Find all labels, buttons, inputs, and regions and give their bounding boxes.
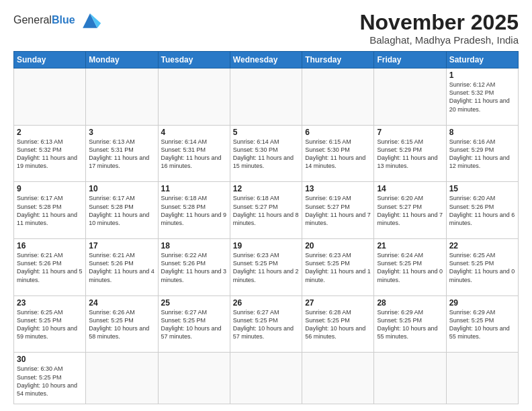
page: GeneralBlue November 2025 Balaghat, Madh…: [0, 0, 532, 411]
day-number: 4: [161, 128, 227, 137]
day-info: Sunrise: 6:13 AM Sunset: 5:32 PM Dayligh…: [17, 138, 83, 171]
table-row: 28Sunrise: 6:29 AM Sunset: 5:25 PM Dayli…: [374, 295, 446, 353]
day-info: Sunrise: 6:12 AM Sunset: 5:32 PM Dayligh…: [449, 81, 515, 113]
day-info: Sunrise: 6:19 AM Sunset: 5:27 PM Dayligh…: [305, 194, 371, 227]
table-row: [374, 68, 446, 126]
table-row: 30Sunrise: 6:30 AM Sunset: 5:25 PM Dayli…: [14, 353, 86, 404]
day-number: 11: [161, 184, 227, 193]
header-saturday: Saturday: [446, 52, 518, 68]
day-number: 1: [449, 71, 515, 80]
header-tuesday: Tuesday: [158, 52, 230, 68]
day-info: Sunrise: 6:18 AM Sunset: 5:27 PM Dayligh…: [233, 194, 299, 227]
day-number: 22: [449, 241, 515, 250]
day-number: 23: [17, 298, 83, 308]
subtitle: Balaghat, Madhya Pradesh, India: [359, 34, 519, 46]
header-wednesday: Wednesday: [230, 52, 302, 68]
table-row: 20Sunrise: 6:23 AM Sunset: 5:25 PM Dayli…: [302, 239, 374, 296]
table-row: 10Sunrise: 6:17 AM Sunset: 5:28 PM Dayli…: [86, 182, 158, 239]
logo: GeneralBlue: [13, 11, 102, 30]
table-row: 18Sunrise: 6:22 AM Sunset: 5:26 PM Dayli…: [158, 239, 230, 296]
day-number: 24: [89, 298, 154, 308]
day-info: Sunrise: 6:15 AM Sunset: 5:30 PM Dayligh…: [305, 138, 371, 171]
day-number: 21: [377, 241, 443, 250]
table-row: 23Sunrise: 6:25 AM Sunset: 5:25 PM Dayli…: [14, 295, 86, 353]
day-number: 30: [17, 355, 83, 364]
day-info: Sunrise: 6:29 AM Sunset: 5:25 PM Dayligh…: [449, 308, 515, 341]
table-row: [302, 68, 374, 126]
day-info: Sunrise: 6:23 AM Sunset: 5:25 PM Dayligh…: [233, 251, 299, 284]
day-info: Sunrise: 6:13 AM Sunset: 5:31 PM Dayligh…: [89, 138, 154, 171]
day-info: Sunrise: 6:29 AM Sunset: 5:25 PM Dayligh…: [377, 308, 443, 341]
table-row: 2Sunrise: 6:13 AM Sunset: 5:32 PM Daylig…: [14, 125, 86, 182]
day-number: 13: [305, 184, 371, 193]
table-row: [158, 353, 230, 404]
table-row: 22Sunrise: 6:25 AM Sunset: 5:25 PM Dayli…: [446, 239, 518, 296]
table-row: [374, 353, 446, 404]
day-number: 9: [17, 184, 83, 193]
table-row: 24Sunrise: 6:26 AM Sunset: 5:25 PM Dayli…: [86, 295, 158, 353]
logo-icon: [78, 11, 102, 30]
day-info: Sunrise: 6:17 AM Sunset: 5:28 PM Dayligh…: [17, 194, 83, 227]
table-row: 1Sunrise: 6:12 AM Sunset: 5:32 PM Daylig…: [446, 68, 518, 126]
day-number: 19: [233, 241, 299, 250]
table-row: 17Sunrise: 6:21 AM Sunset: 5:26 PM Dayli…: [86, 239, 158, 296]
table-row: 13Sunrise: 6:19 AM Sunset: 5:27 PM Dayli…: [302, 182, 374, 239]
day-number: 26: [233, 298, 299, 308]
header-monday: Monday: [86, 52, 158, 68]
day-number: 14: [377, 184, 443, 193]
day-info: Sunrise: 6:23 AM Sunset: 5:25 PM Dayligh…: [305, 251, 371, 284]
table-row: 21Sunrise: 6:24 AM Sunset: 5:25 PM Dayli…: [374, 239, 446, 296]
day-number: 20: [305, 241, 371, 250]
day-number: 18: [161, 241, 227, 250]
month-title: November 2025: [359, 11, 519, 34]
table-row: [230, 68, 302, 126]
day-number: 7: [377, 128, 443, 137]
day-info: Sunrise: 6:25 AM Sunset: 5:25 PM Dayligh…: [17, 308, 83, 341]
day-info: Sunrise: 6:14 AM Sunset: 5:31 PM Dayligh…: [161, 138, 227, 171]
day-info: Sunrise: 6:21 AM Sunset: 5:26 PM Dayligh…: [17, 251, 83, 284]
day-number: 12: [233, 184, 299, 193]
day-number: 6: [305, 128, 371, 137]
table-row: 3Sunrise: 6:13 AM Sunset: 5:31 PM Daylig…: [86, 125, 158, 182]
table-row: [86, 68, 158, 126]
header-thursday: Thursday: [302, 52, 374, 68]
day-number: 27: [305, 298, 371, 308]
day-info: Sunrise: 6:20 AM Sunset: 5:26 PM Dayligh…: [449, 194, 515, 227]
day-number: 3: [89, 128, 154, 137]
table-row: 26Sunrise: 6:27 AM Sunset: 5:25 PM Dayli…: [230, 295, 302, 353]
title-block: November 2025 Balaghat, Madhya Pradesh, …: [359, 11, 519, 46]
day-info: Sunrise: 6:28 AM Sunset: 5:25 PM Dayligh…: [305, 308, 371, 341]
header: GeneralBlue November 2025 Balaghat, Madh…: [13, 11, 519, 46]
table-row: 9Sunrise: 6:17 AM Sunset: 5:28 PM Daylig…: [14, 182, 86, 239]
table-row: 6Sunrise: 6:15 AM Sunset: 5:30 PM Daylig…: [302, 125, 374, 182]
header-sunday: Sunday: [14, 52, 86, 68]
logo-text: GeneralBlue: [13, 14, 75, 26]
table-row: 16Sunrise: 6:21 AM Sunset: 5:26 PM Dayli…: [14, 239, 86, 296]
day-number: 5: [233, 128, 299, 137]
table-row: [446, 353, 518, 404]
table-row: [230, 353, 302, 404]
day-number: 15: [449, 184, 515, 193]
day-info: Sunrise: 6:26 AM Sunset: 5:25 PM Dayligh…: [89, 308, 154, 341]
table-row: 25Sunrise: 6:27 AM Sunset: 5:25 PM Dayli…: [158, 295, 230, 353]
day-info: Sunrise: 6:22 AM Sunset: 5:26 PM Dayligh…: [161, 251, 227, 284]
table-row: 19Sunrise: 6:23 AM Sunset: 5:25 PM Dayli…: [230, 239, 302, 296]
day-info: Sunrise: 6:17 AM Sunset: 5:28 PM Dayligh…: [89, 194, 154, 227]
day-number: 10: [89, 184, 154, 193]
day-info: Sunrise: 6:21 AM Sunset: 5:26 PM Dayligh…: [89, 251, 154, 284]
day-number: 16: [17, 241, 83, 250]
day-number: 8: [449, 128, 515, 137]
table-row: 14Sunrise: 6:20 AM Sunset: 5:27 PM Dayli…: [374, 182, 446, 239]
weekday-header-row: Sunday Monday Tuesday Wednesday Thursday…: [14, 52, 519, 68]
table-row: [86, 353, 158, 404]
day-info: Sunrise: 6:27 AM Sunset: 5:25 PM Dayligh…: [233, 308, 299, 341]
table-row: 29Sunrise: 6:29 AM Sunset: 5:25 PM Dayli…: [446, 295, 518, 353]
day-number: 28: [377, 298, 443, 308]
day-info: Sunrise: 6:20 AM Sunset: 5:27 PM Dayligh…: [377, 194, 443, 227]
day-number: 2: [17, 128, 83, 137]
day-info: Sunrise: 6:15 AM Sunset: 5:29 PM Dayligh…: [377, 138, 443, 171]
day-number: 17: [89, 241, 154, 250]
day-number: 29: [449, 298, 515, 308]
table-row: 7Sunrise: 6:15 AM Sunset: 5:29 PM Daylig…: [374, 125, 446, 182]
table-row: [302, 353, 374, 404]
